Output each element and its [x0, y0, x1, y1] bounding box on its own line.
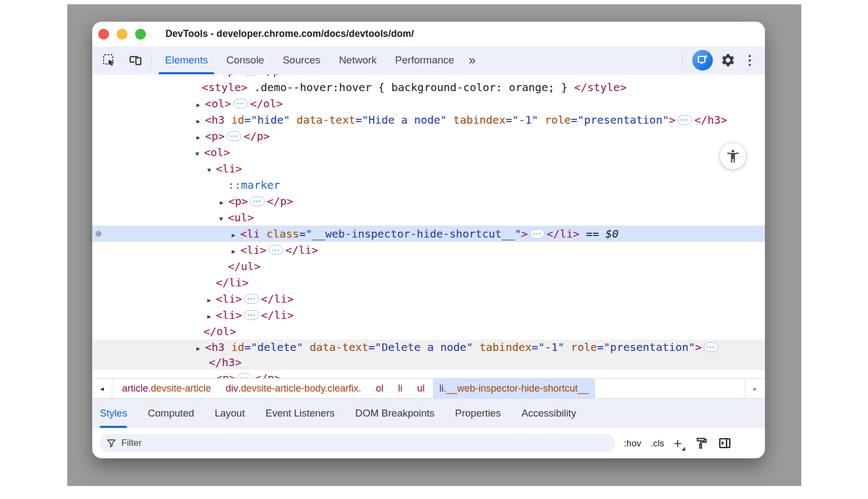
more-content-badge[interactable]: ···: [244, 294, 259, 304]
breadcrumb-item[interactable]: div.devsite-article-body.clearfix.: [226, 379, 361, 398]
dom-tree-row[interactable]: </ul>: [92, 258, 765, 274]
dom-tree-row[interactable]: ▸<li>···</li>: [92, 307, 765, 323]
breadcrumb-class-text: .devsite-article: [148, 383, 211, 394]
expand-triangle-icon[interactable]: ▸: [220, 194, 228, 210]
expand-triangle-icon[interactable]: ▸: [207, 371, 216, 378]
more-content-badge[interactable]: ···: [530, 229, 545, 239]
breadcrumb-item[interactable]: ul: [417, 379, 425, 398]
dom-tag-text: </ol>: [250, 97, 283, 110]
accessibility-person-icon: [725, 149, 741, 164]
dom-tree-row[interactable]: </h3>: [92, 355, 765, 370]
breadcrumb-item[interactable]: li.__web-inspector-hide-shortcut__: [433, 379, 595, 398]
breadcrumb-item[interactable]: li: [398, 379, 403, 398]
dom-tree-row[interactable]: ▸<h3 id="delete" data-text="Delete a nod…: [92, 340, 765, 355]
dom-tree-row[interactable]: ▾<li>: [92, 161, 765, 177]
breadcrumb-scroll-right-button[interactable]: ▸: [745, 379, 765, 398]
dom-val-text: ="-1": [532, 341, 564, 354]
dom-attr-text: class: [260, 227, 299, 240]
filter-input[interactable]: [121, 438, 609, 449]
sidebar-tab-styles[interactable]: Styles: [100, 399, 127, 428]
sidebar-tab-layout[interactable]: Layout: [215, 399, 245, 428]
sidebar-tab-properties[interactable]: Properties: [455, 399, 501, 428]
accessibility-overlay-button[interactable]: [720, 143, 746, 169]
collapse-triangle-icon[interactable]: ▾: [195, 145, 204, 162]
dom-tree-row[interactable]: ▸<p>···</p>: [92, 370, 765, 378]
sidebar-tab-computed[interactable]: Computed: [148, 399, 194, 428]
ai-assistance-icon[interactable]: [692, 50, 713, 71]
expand-triangle-icon[interactable]: ▸: [196, 129, 205, 145]
dom-tag-text: >: [521, 227, 528, 240]
expand-triangle-icon[interactable]: ▸: [196, 97, 205, 113]
settings-gear-icon[interactable]: [720, 53, 736, 68]
more-content-badge[interactable]: ···: [233, 99, 248, 108]
close-button[interactable]: [98, 29, 109, 40]
expand-triangle-icon[interactable]: ▸: [207, 292, 216, 308]
dom-tree-row[interactable]: ▾<ol>: [92, 144, 765, 161]
more-content-badge[interactable]: ···: [678, 115, 692, 125]
more-content-badge[interactable]: ···: [250, 196, 265, 206]
collapse-triangle-icon[interactable]: ▾: [207, 162, 216, 178]
overflow-menu-icon[interactable]: ⋮: [743, 54, 756, 67]
expand-triangle-icon[interactable]: ▸: [232, 227, 240, 243]
expand-triangle-icon[interactable]: ▸: [196, 341, 205, 356]
panel-tabs: ElementsConsoleSourcesNetworkPerformance: [156, 46, 463, 74]
more-content-badge[interactable]: ···: [269, 245, 283, 255]
tab-network[interactable]: Network: [330, 46, 386, 74]
more-content-badge[interactable]: ···: [238, 373, 252, 378]
sidebar-tab-accessibility[interactable]: Accessibility: [521, 399, 576, 428]
minimize-button[interactable]: [117, 29, 127, 40]
device-toolbar-icon[interactable]: [128, 53, 143, 67]
dom-tree-row[interactable]: ▸<h3 id="hide" data-text="Hide a node" t…: [92, 112, 765, 128]
inspect-element-icon[interactable]: [102, 53, 116, 67]
breadcrumb-tag-text: div: [226, 383, 238, 394]
dom-tree-row[interactable]: ▸<p>···</p>: [92, 193, 765, 209]
breadcrumb-item[interactable]: ol: [376, 379, 384, 398]
dom-tree-row[interactable]: ▸<li class="__web-inspector-hide-shortcu…: [92, 226, 765, 242]
tab-elements[interactable]: Elements: [156, 46, 217, 74]
expand-triangle-icon[interactable]: ▸: [196, 113, 205, 129]
dom-tree-panel: ▸<p>···</p><style> .demo--hover:hover { …: [92, 74, 765, 378]
element-classes-button[interactable]: .cls: [650, 438, 665, 449]
dom-tree-row[interactable]: ▾<ul>: [92, 209, 765, 226]
filter-field[interactable]: [100, 434, 615, 452]
more-content-badge[interactable]: ···: [704, 342, 718, 352]
dom-tag-text: </p>: [267, 195, 293, 208]
dom-tag-text: <h3: [205, 341, 225, 354]
expand-triangle-icon[interactable]: ▸: [232, 243, 240, 259]
more-content-badge[interactable]: ···: [227, 131, 241, 141]
dom-tree-row[interactable]: </ol>: [92, 323, 765, 340]
breadcrumb-item[interactable]: article.devsite-article: [122, 379, 211, 398]
more-content-badge[interactable]: ···: [243, 74, 258, 76]
dom-tree-row[interactable]: ▸<p>···</p>: [92, 74, 765, 79]
collapse-triangle-icon[interactable]: ▾: [219, 210, 228, 227]
sidebar-tab-dom-breakpoints[interactable]: DOM Breakpoints: [355, 399, 435, 428]
tab-sources[interactable]: Sources: [273, 46, 330, 74]
dom-tree-row[interactable]: <style> .demo--hover:hover { background-…: [92, 79, 765, 95]
dom-tree-row[interactable]: ▸<ol>···</ol>: [92, 95, 765, 112]
toolbar-right-divider: [682, 53, 682, 67]
zoom-button[interactable]: [135, 29, 146, 40]
sidebar-tab-event-listeners[interactable]: Event Listeners: [265, 399, 335, 428]
expand-triangle-icon[interactable]: ▸: [207, 308, 216, 324]
dom-tree-row[interactable]: ▸<li>···</li>: [92, 242, 765, 258]
more-tabs-button[interactable]: »: [463, 46, 481, 74]
dom-tree-row[interactable]: ▸<p>···</p>: [92, 128, 765, 144]
dom-tag-text: <p>: [228, 195, 248, 208]
dom-val-text: ="presentation": [597, 341, 695, 354]
styles-sidebar-tabs: StylesComputedLayoutEvent ListenersDOM B…: [92, 399, 765, 428]
rendering-emulation-icon[interactable]: [694, 436, 709, 450]
tab-performance[interactable]: Performance: [386, 46, 463, 74]
dom-tree-row[interactable]: ::marker: [92, 177, 765, 193]
toggle-element-state-button[interactable]: :hov: [624, 438, 641, 449]
dom-tag-text: </p>: [244, 130, 270, 143]
dom-tree-row[interactable]: ▸<li>···</li>: [92, 291, 765, 307]
dom-tag-text: </li>: [216, 276, 248, 289]
new-style-rule-button[interactable]: +: [674, 436, 685, 450]
dom-tree-row[interactable]: </li>: [92, 274, 765, 291]
more-content-badge[interactable]: ···: [244, 310, 259, 320]
sidebar-toggle-icon[interactable]: [718, 436, 732, 450]
dom-tag-text: </ol>: [203, 325, 236, 338]
tab-console[interactable]: Console: [217, 46, 273, 74]
breadcrumb-scroll-left-button[interactable]: ◂: [92, 379, 112, 398]
breadcrumb-tag-text: article: [122, 383, 148, 394]
